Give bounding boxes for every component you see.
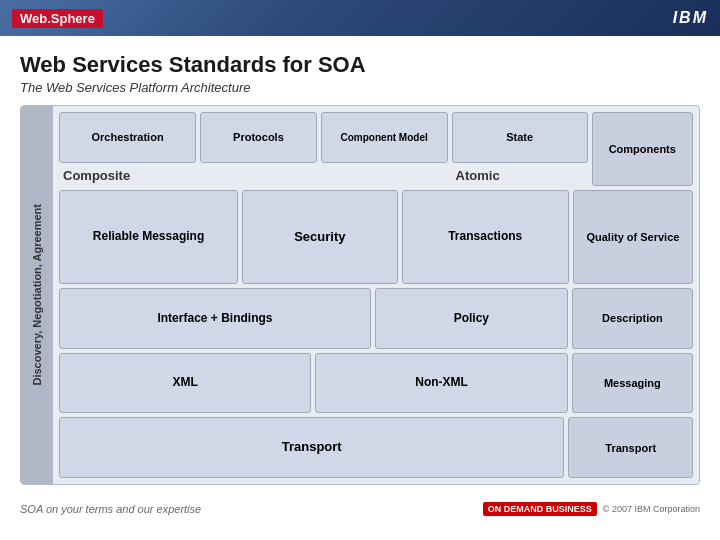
diagram: Discovery, Negotiation, Agreement Orches…: [20, 105, 700, 485]
row-1-bottom: Composite: [59, 166, 448, 186]
row-messaging: Reliable Messaging Security Transactions…: [59, 190, 693, 284]
footer-brand: ON DEMAND BUSINESS © 2007 IBM Corporatio…: [483, 502, 700, 516]
cell-security: Security: [242, 190, 398, 284]
row-1-top-atomic: State: [452, 112, 588, 163]
cell-description: Description: [572, 288, 693, 349]
cell-protocols: Protocols: [200, 112, 317, 163]
header-bar: Web.Sphere IBM: [0, 0, 720, 36]
atomic-label: Atomic: [452, 168, 504, 185]
ibm-logo: IBM: [673, 9, 708, 27]
atomic-section: State Atomic: [452, 112, 588, 186]
page-subtitle: The Web Services Platform Architecture: [20, 80, 700, 95]
row-1-bottom-atomic: Atomic: [452, 166, 588, 186]
cell-xml: XML: [59, 353, 311, 414]
cell-interface-bindings: Interface + Bindings: [59, 288, 371, 349]
websphere-logo: Web.Sphere: [12, 9, 103, 28]
cell-qos: Quality of Service: [573, 190, 693, 284]
composite-section: Orchestration Protocols Component Model …: [59, 112, 448, 186]
cell-components: Components: [592, 112, 693, 186]
footer-brand-box: ON DEMAND BUSINESS: [483, 502, 597, 516]
composite-label: Composite: [59, 168, 134, 185]
footer: SOA on your terms and our expertise ON D…: [0, 493, 720, 521]
row-xml: XML Non-XML Messaging: [59, 353, 693, 414]
cell-messaging: Messaging: [572, 353, 693, 414]
grid-area: Orchestration Protocols Component Model …: [53, 106, 699, 484]
cell-transport-right: Transport: [568, 417, 693, 478]
cell-transactions: Transactions: [402, 190, 569, 284]
row-interface: Interface + Bindings Policy Description: [59, 288, 693, 349]
cell-reliable-messaging: Reliable Messaging: [59, 190, 238, 284]
cell-nonxml: Non-XML: [315, 353, 567, 414]
row-composite: Orchestration Protocols Component Model …: [59, 112, 693, 186]
cell-component-model: Component Model: [321, 112, 448, 163]
cell-transport-main: Transport: [59, 417, 564, 478]
cell-orchestration: Orchestration: [59, 112, 196, 163]
footer-tagline: SOA on your terms and our expertise: [20, 503, 201, 515]
sidebar-label: Discovery, Negotiation, Agreement: [21, 106, 53, 484]
cell-policy: Policy: [375, 288, 568, 349]
main-content: Web Services Standards for SOA The Web S…: [0, 36, 720, 493]
row-1-top: Orchestration Protocols Component Model: [59, 112, 448, 163]
row-transport: Transport Transport: [59, 417, 693, 478]
cell-state: State: [452, 112, 588, 163]
footer-copyright: © 2007 IBM Corporation: [603, 504, 700, 514]
page-title: Web Services Standards for SOA: [20, 52, 700, 78]
